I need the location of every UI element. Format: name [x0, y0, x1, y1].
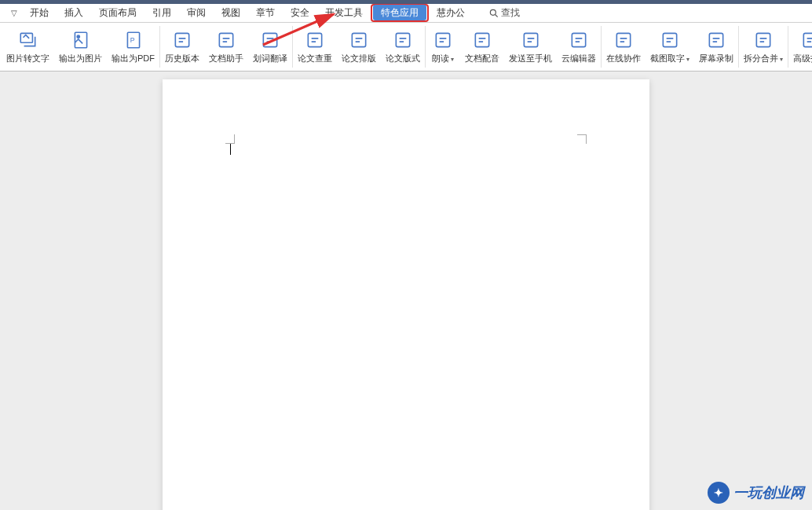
menu-tab-7[interactable]: 安全: [283, 4, 317, 22]
tool-输出为图片[interactable]: 输出为图片: [54, 28, 107, 66]
menu-tab-6[interactable]: 章节: [248, 4, 283, 22]
tool-label: 发送至手机: [509, 53, 552, 64]
menu-tab-10[interactable]: 慧办公: [429, 4, 473, 22]
search-label: 查找: [501, 6, 520, 20]
menu-tab-8[interactable]: 开发工具: [317, 4, 371, 22]
tool-文档助手[interactable]: 文档助手: [204, 28, 248, 66]
tool-输出为PDF[interactable]: P输出为PDF: [107, 28, 159, 66]
search-button[interactable]: 查找: [488, 6, 520, 20]
tool-icon: [18, 30, 38, 50]
tool-label: 文档配音: [465, 53, 499, 64]
tool-icon: [260, 30, 280, 50]
svg-point-0: [490, 9, 496, 15]
watermark-badge-icon: ✦: [708, 482, 730, 504]
tool-icon: [800, 30, 812, 50]
svg-rect-9: [263, 33, 276, 46]
tool-label: 论文查重: [298, 53, 332, 64]
tool-icon: [613, 30, 634, 50]
tool-label: 文档助手: [209, 53, 243, 64]
tool-icon: [569, 30, 589, 50]
tool-label: 云编辑器: [561, 53, 596, 64]
tool-论文查重[interactable]: 论文查重: [293, 28, 337, 66]
margin-corner-tr: [577, 134, 587, 144]
tool-屏幕录制[interactable]: 屏幕录制: [694, 28, 738, 66]
tool-icon: [71, 30, 91, 50]
margin-corner-tl: [225, 134, 235, 144]
tool-论文排版[interactable]: 论文排版: [337, 28, 381, 66]
svg-rect-12: [396, 33, 409, 46]
svg-rect-7: [175, 33, 188, 46]
tool-label: 朗读: [432, 53, 454, 64]
svg-text:P: P: [130, 36, 134, 44]
text-cursor: [230, 144, 231, 155]
tool-icon: [172, 30, 192, 50]
menu-bar: ▽ 开始插入页面布局引用审阅视图章节安全开发工具特色应用慧办公 查找: [0, 4, 812, 23]
tool-在线协作[interactable]: 在线协作: [602, 28, 646, 66]
tool-label: 历史版本: [165, 53, 199, 64]
tool-label: 划词翻译: [253, 53, 287, 64]
tool-文档配音[interactable]: 文档配音: [460, 28, 504, 66]
tool-icon: [660, 30, 680, 50]
svg-rect-21: [804, 33, 812, 46]
quick-menu-dropdown[interactable]: ▽: [6, 9, 22, 17]
tool-高级打印[interactable]: 高级打印: [788, 28, 812, 66]
tool-group-6: 高级打印全文翻译图片转PDF: [788, 26, 812, 68]
tool-group-5: 拆分合并: [739, 26, 788, 68]
ribbon-toolbar: 图片转文字输出为图片P输出为PDF历史版本文档助手划词翻译论文查重论文排版论文版…: [0, 23, 812, 72]
tool-图片转文字[interactable]: 图片转文字: [2, 28, 54, 66]
tool-云编辑器[interactable]: 云编辑器: [557, 28, 601, 66]
svg-rect-14: [475, 33, 488, 46]
tool-group-2: 论文查重论文排版论文版式: [293, 26, 426, 68]
search-icon: [488, 8, 499, 19]
svg-rect-2: [20, 33, 32, 42]
tool-icon: [216, 30, 236, 50]
svg-rect-16: [572, 33, 585, 46]
tool-icon: [349, 30, 369, 50]
tool-拆分合并[interactable]: 拆分合并: [739, 28, 788, 66]
tool-label: 屏幕录制: [699, 53, 733, 64]
tool-label: 图片转文字: [6, 53, 49, 64]
svg-rect-20: [757, 33, 770, 46]
tool-label: 输出为图片: [59, 53, 102, 64]
tool-历史版本[interactable]: 历史版本: [160, 28, 204, 66]
tool-group-3: 朗读文档配音发送至手机云编辑器: [426, 26, 602, 68]
tool-group-0: 图片转文字输出为图片P输出为PDF: [2, 26, 160, 68]
tool-icon: [706, 30, 726, 50]
svg-rect-15: [524, 33, 537, 46]
tool-icon: [472, 30, 492, 50]
svg-rect-8: [219, 33, 232, 46]
menu-tab-3[interactable]: 引用: [144, 4, 179, 22]
tool-icon: [305, 30, 325, 50]
highlight-annotation: 特色应用: [371, 4, 429, 22]
tool-label: 高级打印: [793, 53, 812, 64]
watermark: ✦ 一玩创业网: [708, 482, 804, 504]
tool-label: 输出为PDF: [112, 53, 155, 64]
document-workspace[interactable]: [0, 72, 812, 510]
tool-icon: [433, 30, 453, 50]
svg-rect-11: [352, 33, 365, 46]
menu-tab-0[interactable]: 开始: [22, 4, 57, 22]
tool-截图取字[interactable]: 截图取字: [646, 28, 694, 66]
menu-tab-2[interactable]: 页面布局: [91, 4, 144, 22]
tool-label: 截图取字: [650, 53, 689, 64]
menu-tab-1[interactable]: 插入: [57, 4, 91, 22]
tool-label: 拆分合并: [744, 53, 783, 64]
tool-朗读[interactable]: 朗读: [426, 28, 460, 66]
svg-rect-18: [663, 33, 676, 46]
menu-tab-4[interactable]: 审阅: [179, 4, 214, 22]
menu-tab-9[interactable]: 特色应用: [373, 5, 426, 20]
svg-rect-17: [616, 33, 630, 46]
tool-group-1: 历史版本文档助手划词翻译: [160, 26, 293, 68]
tool-划词翻译[interactable]: 划词翻译: [248, 28, 292, 66]
svg-rect-13: [436, 33, 449, 46]
tool-label: 论文排版: [342, 53, 376, 64]
tool-论文版式[interactable]: 论文版式: [381, 28, 425, 66]
svg-rect-19: [710, 33, 723, 46]
document-page[interactable]: [163, 79, 649, 510]
tool-icon: P: [123, 30, 144, 50]
tool-发送至手机[interactable]: 发送至手机: [504, 28, 557, 66]
menu-tab-5[interactable]: 视图: [214, 4, 248, 22]
svg-rect-10: [308, 33, 321, 46]
tool-label: 论文版式: [386, 53, 420, 64]
tool-icon: [753, 30, 774, 50]
